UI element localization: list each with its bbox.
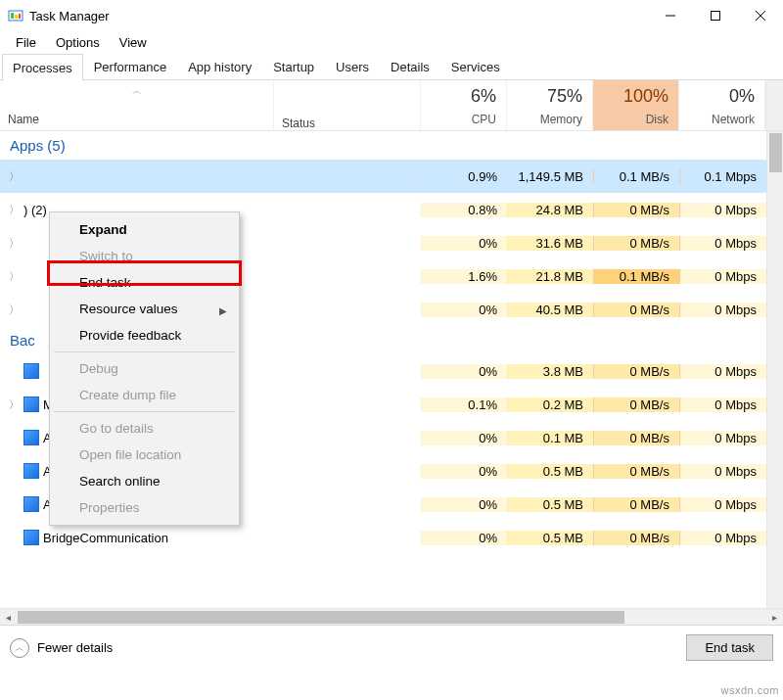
context-menu: ExpandSwitch toEnd taskResource values▶P… — [49, 211, 240, 526]
expand-chevron-icon[interactable]: 〉 — [8, 303, 20, 317]
context-menu-item[interactable]: Resource values▶ — [52, 296, 237, 322]
tab-details[interactable]: Details — [380, 53, 440, 79]
network-value: 0 Mbps — [680, 364, 766, 379]
hscroll-left-icon[interactable]: ◂ — [0, 612, 17, 623]
tab-startup[interactable]: Startup — [262, 53, 325, 79]
context-menu-separator — [54, 351, 235, 352]
disk-value: 0 MB/s — [593, 497, 680, 512]
disk-value: 0 MB/s — [593, 364, 680, 379]
memory-value: 40.5 MB — [507, 303, 593, 317]
network-value: 0 Mbps — [680, 497, 766, 512]
memory-value: 24.8 MB — [507, 203, 593, 217]
network-value: 0 Mbps — [680, 269, 766, 284]
expand-chevron-icon[interactable]: 〉 — [8, 169, 20, 184]
process-icon — [23, 397, 39, 412]
memory-value: 31.6 MB — [507, 236, 593, 251]
network-value: 0 Mbps — [680, 236, 766, 251]
cpu-value: 0% — [421, 236, 507, 251]
cpu-value: 0% — [421, 497, 507, 512]
close-button[interactable] — [738, 0, 783, 31]
column-name[interactable]: ︿ Name — [0, 80, 274, 130]
hscroll-right-icon[interactable]: ▸ — [766, 612, 783, 623]
context-menu-item: Create dump file — [52, 382, 237, 408]
context-menu-item[interactable]: Expand — [52, 216, 237, 243]
horizontal-scrollbar-thumb[interactable] — [18, 611, 624, 624]
watermark: wsxdn.com — [720, 684, 779, 696]
context-menu-item: Switch to — [52, 243, 237, 269]
cpu-value: 0% — [421, 431, 507, 445]
context-menu-item: Properties — [52, 494, 237, 521]
minimize-button[interactable] — [648, 0, 693, 31]
menu-file[interactable]: File — [6, 33, 46, 52]
process-name: ) (2) — [23, 203, 47, 217]
tab-strip: Processes Performance App history Startu… — [0, 53, 783, 80]
context-menu-item[interactable]: End task — [52, 269, 237, 296]
column-disk[interactable]: 100% Disk — [593, 80, 679, 130]
memory-value: 0.5 MB — [507, 464, 593, 479]
disk-value: 0 MB/s — [593, 203, 680, 217]
window-title: Task Manager — [29, 9, 110, 23]
disk-value: 0 MB/s — [593, 397, 680, 412]
horizontal-scrollbar[interactable]: ◂ ▸ — [0, 608, 783, 625]
svg-rect-1 — [11, 13, 14, 19]
menu-view[interactable]: View — [110, 33, 157, 52]
table-row[interactable]: 〉0.9%1,149.5 MB0.1 MB/s0.1 Mbps — [0, 160, 783, 193]
column-status[interactable]: Status — [274, 80, 421, 130]
svg-rect-5 — [712, 12, 720, 21]
tab-performance[interactable]: Performance — [83, 53, 177, 79]
process-icon — [23, 463, 39, 479]
cpu-value: 0.1% — [421, 397, 507, 412]
svg-rect-3 — [19, 14, 21, 19]
tab-services[interactable]: Services — [440, 53, 511, 79]
network-value: 0 Mbps — [680, 203, 766, 217]
process-icon — [23, 530, 39, 545]
app-icon — [8, 8, 23, 23]
disk-value: 0 MB/s — [593, 303, 680, 317]
svg-rect-2 — [15, 15, 18, 19]
cpu-value: 1.6% — [421, 269, 507, 284]
vertical-scrollbar-thumb[interactable] — [769, 133, 782, 172]
expand-chevron-icon[interactable]: 〉 — [8, 203, 20, 217]
context-menu-item: Debug — [52, 355, 237, 382]
disk-value: 0 MB/s — [593, 236, 680, 251]
tab-users[interactable]: Users — [325, 53, 380, 79]
context-menu-item[interactable]: Provide feedback — [52, 322, 237, 349]
fewer-details-toggle[interactable]: ︿ Fewer details — [10, 638, 113, 658]
process-icon — [23, 430, 39, 445]
disk-value: 0 MB/s — [593, 431, 680, 445]
memory-value: 0.1 MB — [507, 431, 593, 445]
menu-options[interactable]: Options — [46, 33, 110, 52]
process-icon — [23, 363, 39, 379]
network-value: 0.1 Mbps — [680, 169, 766, 184]
title-bar: Task Manager — [0, 0, 783, 31]
network-value: 0 Mbps — [680, 397, 766, 412]
disk-value: 0.1 MB/s — [593, 169, 680, 184]
cpu-value: 0% — [421, 303, 507, 317]
table-row[interactable]: BridgeCommunication0%0.5 MB0 MB/s0 Mbps — [0, 521, 783, 554]
disk-value: 0 MB/s — [593, 531, 680, 545]
context-menu-separator — [54, 411, 235, 412]
process-icon — [23, 496, 39, 512]
expand-chevron-icon[interactable]: 〉 — [8, 236, 20, 251]
tab-processes[interactable]: Processes — [2, 54, 83, 80]
disk-value: 0.1 MB/s — [593, 269, 680, 284]
column-memory[interactable]: 75% Memory — [507, 80, 593, 130]
footer-bar: ︿ Fewer details End task — [0, 625, 783, 670]
maximize-button[interactable] — [693, 0, 738, 31]
column-cpu[interactable]: 6% CPU — [421, 80, 507, 130]
memory-value: 0.5 MB — [507, 531, 593, 545]
expand-chevron-icon[interactable]: 〉 — [8, 397, 20, 412]
cpu-value: 0.9% — [421, 169, 507, 184]
cpu-value: 0% — [421, 464, 507, 479]
expand-chevron-icon[interactable]: 〉 — [8, 269, 20, 284]
network-value: 0 Mbps — [680, 464, 766, 479]
submenu-arrow-icon: ▶ — [219, 303, 227, 319]
end-task-button[interactable]: End task — [686, 634, 773, 661]
tab-app-history[interactable]: App history — [177, 53, 262, 79]
vertical-scrollbar[interactable] — [766, 131, 783, 625]
context-menu-item[interactable]: Search online — [52, 468, 237, 494]
disk-value: 0 MB/s — [593, 464, 680, 479]
column-network[interactable]: 0% Network — [679, 80, 765, 130]
context-menu-item: Open file location — [52, 442, 237, 468]
memory-value: 0.2 MB — [507, 397, 593, 412]
